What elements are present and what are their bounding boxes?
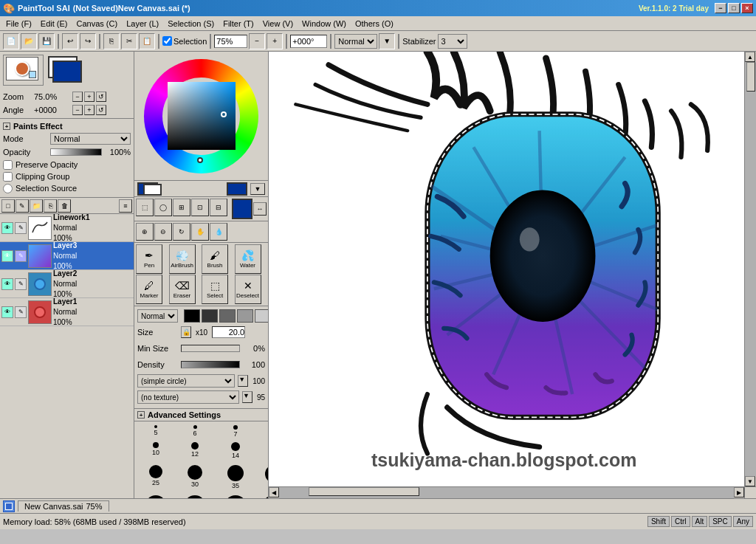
scroll-h-thumb[interactable] — [309, 487, 419, 496]
color-wheel[interactable] — [144, 59, 258, 173]
zoom-input[interactable] — [214, 35, 247, 48]
color-extra-btn[interactable]: ▼ — [250, 183, 265, 195]
toolbar-new[interactable]: 📄 — [3, 33, 19, 49]
select-none-tool[interactable]: ⊡ — [191, 199, 209, 216]
brush-size-35[interactable]: 35 — [216, 464, 255, 493]
angle-input[interactable] — [290, 35, 327, 48]
brush-size-16[interactable]: 16 — [257, 441, 268, 463]
brush-size-12[interactable]: 12 — [176, 441, 214, 463]
brush-size-14[interactable]: 14 — [216, 441, 255, 463]
toolbar-redo[interactable]: ↪ — [80, 33, 96, 49]
brush-size-10[interactable]: 10 — [137, 441, 174, 463]
brush-size-30[interactable]: 30 — [176, 464, 214, 493]
selection-checkbox[interactable] — [162, 36, 172, 46]
zoom-in-btn[interactable]: + — [267, 33, 283, 49]
zoom-reset-btn[interactable]: ↺ — [96, 92, 106, 102]
scroll-v-track[interactable] — [745, 62, 756, 476]
menu-canvas[interactable]: Canvas (C) — [72, 17, 123, 30]
swap-colors-btn[interactable]: ↔ — [253, 202, 267, 216]
menu-window[interactable]: Window (W) — [298, 17, 351, 30]
eyedropper-tool[interactable]: 💧 — [210, 223, 227, 241]
stabilizer-select[interactable]: 3 — [438, 34, 467, 49]
toolbar-open[interactable]: 📂 — [21, 33, 37, 49]
zoom-tool[interactable]: ⊕ — [136, 223, 154, 241]
close-button[interactable]: × — [741, 3, 753, 13]
texture-select[interactable]: (no texture) — [137, 390, 239, 404]
marker-tool[interactable]: 🖊 Marker — [136, 275, 162, 304]
scroll-v-down[interactable]: ▼ — [745, 476, 755, 486]
opacity-bar[interactable] — [50, 148, 102, 156]
zoom-plus-btn[interactable]: + — [84, 92, 94, 102]
select-invert-tool[interactable]: ⊟ — [210, 199, 227, 216]
canvas-wrapper[interactable]: tsukiyama-chan.blogspot.com — [269, 52, 744, 486]
layer-folder[interactable]: 📁 — [30, 199, 43, 213]
menu-layer[interactable]: Layer (L) — [122, 17, 163, 30]
layer-edit-layer2[interactable]: ✎ — [15, 278, 27, 290]
layer-edit-layer1[interactable]: ✎ — [15, 306, 27, 318]
canvas-svg[interactable]: tsukiyama-chan.blogspot.com — [269, 52, 744, 486]
layer-new-linework[interactable]: ✎ — [16, 199, 29, 213]
scroll-v-thumb[interactable] — [746, 62, 755, 92]
shape-select[interactable]: (simple circle) — [137, 374, 235, 388]
menu-view[interactable]: View (V) — [258, 17, 298, 30]
selection-checkbox-container[interactable]: Selection — [162, 36, 207, 46]
pen-tool[interactable]: ✒ Pen — [136, 244, 162, 274]
advanced-settings-title[interactable]: + Advanced Settings — [134, 409, 268, 421]
layer-visibility-layer1[interactable]: 👁 — [1, 306, 13, 318]
clipping-group-check[interactable] — [3, 172, 13, 182]
brush-size-40[interactable]: 40 — [257, 464, 268, 493]
layer-edit-linework1[interactable]: ✎ — [15, 222, 27, 234]
deselect-tool[interactable]: ✕ Deselect — [235, 275, 261, 304]
canvas-scrollbar-v[interactable]: ▲ ▼ — [744, 52, 756, 486]
zoom-out-tool[interactable]: ⊖ — [154, 223, 172, 241]
scroll-h-right[interactable]: ▶ — [734, 487, 744, 497]
menu-file[interactable]: File (F) — [1, 17, 36, 30]
select-circle-tool[interactable]: ◯ — [154, 199, 172, 216]
layer-duplicate[interactable]: ⎘ — [44, 199, 57, 213]
brush-size-5[interactable]: 5 — [137, 424, 174, 440]
water-tool[interactable]: 💦 Water — [235, 244, 261, 274]
menu-selection[interactable]: Selection (S) — [163, 17, 219, 30]
canvas-tab[interactable]: New Canvas.sai 75% — [18, 500, 109, 512]
select-rect-tool[interactable]: ⬚ — [136, 199, 154, 216]
size-input[interactable] — [212, 326, 245, 338]
min-size-slider[interactable] — [181, 345, 240, 352]
select-tool[interactable]: ⬚ Select — [202, 275, 228, 304]
mode-select[interactable]: Normal — [334, 34, 377, 49]
scroll-h-track[interactable] — [279, 487, 734, 498]
brush-size-8[interactable]: 8 — [257, 424, 268, 440]
adv-expand-icon[interactable]: + — [137, 411, 145, 419]
angle-reset-btn[interactable]: ↺ — [96, 105, 106, 115]
layer-visibility-layer3[interactable]: 👁 — [1, 250, 13, 262]
toolbar-paste[interactable]: 📋 — [139, 33, 155, 49]
eraser-tool[interactable]: ⌫ Eraser — [169, 275, 196, 304]
toolbar-undo[interactable]: ↩ — [62, 33, 78, 49]
menu-others[interactable]: Others (O) — [351, 17, 398, 30]
layer-settings[interactable]: ≡ — [119, 199, 132, 213]
angle-plus-btn[interactable]: + — [84, 105, 94, 115]
size-lock-btn[interactable]: 🔒 — [181, 326, 191, 338]
brush-size-100[interactable]: 100 — [257, 495, 268, 498]
layer-edit-layer3[interactable]: ✎ — [15, 250, 27, 262]
current-color-swatch[interactable] — [227, 182, 247, 196]
layer-visibility-linework1[interactable]: 👁 — [1, 222, 13, 234]
minimize-button[interactable]: − — [715, 3, 726, 13]
paints-expand[interactable]: + — [3, 123, 10, 130]
rotate-tool[interactable]: ↻ — [173, 223, 190, 241]
layer-item-linework1[interactable]: 👁 ✎ Linework1 Normal 100% — [0, 214, 134, 242]
preserve-opacity-check[interactable] — [3, 160, 13, 170]
zoom-minus-btn[interactable]: − — [72, 92, 83, 102]
shape-expand-btn[interactable]: ▼ — [238, 375, 248, 387]
brush-tool[interactable]: 🖌 Brush — [202, 244, 228, 274]
hand-tool[interactable]: ✋ — [191, 223, 209, 241]
brush-size-25[interactable]: 25 — [137, 464, 174, 493]
brush-size-60[interactable]: 60 — [137, 495, 174, 498]
select-all-tool[interactable]: ⊞ — [173, 199, 190, 216]
toolbar-save[interactable]: 💾 — [38, 33, 55, 49]
canvas-scrollbar-h[interactable]: ◀ ▶ — [269, 486, 744, 498]
menu-edit[interactable]: Edit (E) — [36, 17, 72, 30]
maximize-button[interactable]: □ — [728, 3, 740, 13]
scroll-v-up[interactable]: ▲ — [745, 52, 755, 62]
layer-item-layer1[interactable]: 👁 ✎ Layer1 Normal 100% — [0, 298, 134, 326]
layer-new-raster[interactable]: □ — [1, 199, 15, 213]
